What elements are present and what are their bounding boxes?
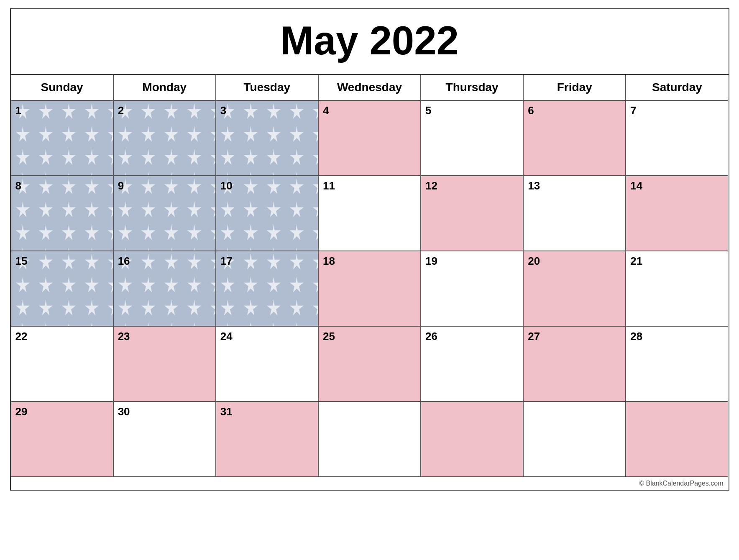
day-cell: 27 [523, 326, 626, 401]
day-number: 24 [220, 330, 233, 343]
day-cell: 28 [626, 326, 728, 401]
day-number: 7 [630, 104, 636, 117]
day-cell: 17 [216, 251, 318, 326]
day-cell: 20 [523, 251, 626, 326]
day-number: 15 [15, 255, 28, 268]
day-number: 28 [630, 330, 642, 343]
day-cell: 12 [421, 176, 523, 251]
day-header-sunday: Sunday [11, 75, 113, 100]
day-header-thursday: Thursday [421, 75, 523, 100]
day-number: 27 [528, 330, 540, 343]
day-cell: 18 [318, 251, 421, 326]
day-cell: 23 [113, 326, 216, 401]
day-number: 2 [118, 104, 124, 117]
day-cell: 24 [216, 326, 318, 401]
day-cell: 21 [626, 251, 728, 326]
day-cell: 7 [626, 100, 728, 176]
day-number: 20 [528, 255, 540, 268]
day-cell: 5 [421, 100, 523, 176]
day-number: 23 [118, 330, 130, 343]
day-cell: 3 [216, 100, 318, 176]
day-number: 5 [425, 104, 431, 117]
day-cell: 4 [318, 100, 421, 176]
watermark: © BlankCalendarPages.com [11, 477, 729, 490]
day-number: 21 [630, 255, 642, 268]
day-cell [421, 401, 523, 477]
calendar-grid: SundayMondayTuesdayWednesdayThursdayFrid… [11, 75, 729, 477]
day-header-tuesday: Tuesday [216, 75, 318, 100]
day-cell: 15 [11, 251, 113, 326]
day-cell: 25 [318, 326, 421, 401]
day-cell: 30 [113, 401, 216, 477]
day-number: 22 [15, 330, 28, 343]
day-cell: 8 [11, 176, 113, 251]
day-cell: 6 [523, 100, 626, 176]
day-number: 17 [220, 255, 233, 268]
calendar-title: May 2022 [11, 9, 729, 75]
day-number: 3 [220, 104, 226, 117]
day-number: 25 [323, 330, 335, 343]
day-cell: 10 [216, 176, 318, 251]
day-number: 6 [528, 104, 534, 117]
day-number: 8 [15, 179, 21, 192]
day-number: 14 [630, 179, 642, 192]
day-number: 12 [425, 179, 437, 192]
day-cell: 29 [11, 401, 113, 477]
day-cell [626, 401, 728, 477]
day-cell [318, 401, 421, 477]
day-header-friday: Friday [523, 75, 626, 100]
day-number: 31 [220, 405, 233, 418]
day-cell: 2 [113, 100, 216, 176]
day-header-wednesday: Wednesday [318, 75, 421, 100]
day-cell: 16 [113, 251, 216, 326]
day-cell [523, 401, 626, 477]
calendar-container: May 2022 SundayMondayTuesdayWednesdayThu… [10, 8, 729, 491]
day-cell: 13 [523, 176, 626, 251]
day-cell: 31 [216, 401, 318, 477]
day-number: 13 [528, 179, 540, 192]
day-cell: 14 [626, 176, 728, 251]
day-number: 26 [425, 330, 437, 343]
day-number: 30 [118, 405, 130, 418]
day-cell: 1 [11, 100, 113, 176]
day-number: 11 [323, 179, 335, 192]
day-number: 18 [323, 255, 335, 268]
day-number: 4 [323, 104, 329, 117]
day-header-saturday: Saturday [626, 75, 728, 100]
day-number: 29 [15, 405, 28, 418]
day-cell: 19 [421, 251, 523, 326]
day-number: 10 [220, 179, 233, 192]
day-cell: 11 [318, 176, 421, 251]
day-number: 1 [15, 104, 21, 117]
day-number: 16 [118, 255, 130, 268]
day-cell: 26 [421, 326, 523, 401]
day-number: 19 [425, 255, 437, 268]
day-header-monday: Monday [113, 75, 216, 100]
day-cell: 9 [113, 176, 216, 251]
day-cell: 22 [11, 326, 113, 401]
day-number: 9 [118, 179, 124, 192]
